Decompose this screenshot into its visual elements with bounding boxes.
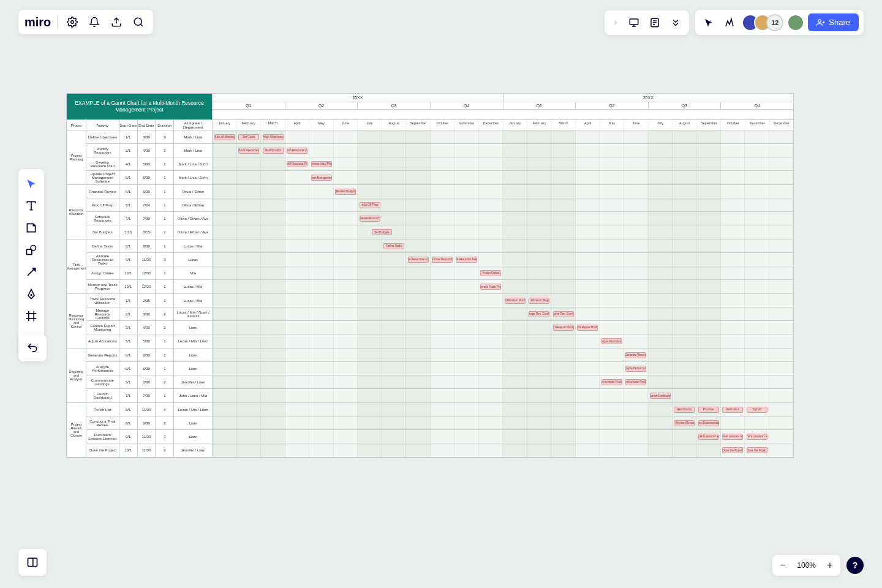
gantt-bar[interactable]: Document Lessons Learned — [698, 434, 719, 440]
gantt-bar[interactable]: Validate Resource Availability — [456, 257, 477, 263]
help-button[interactable]: ? — [846, 557, 864, 574]
gantt-bar[interactable]: Kick Off Prep — [360, 202, 380, 208]
gantt-bar[interactable]: Commit Report Monitoring — [553, 325, 574, 331]
gantt-bar[interactable]: Communicate Findings — [625, 379, 646, 385]
gantt-bar[interactable]: Final Review (Resources) — [674, 420, 695, 426]
gantt-bar[interactable]: Generate Reports — [625, 352, 646, 358]
table-row[interactable]: Adjust Allocations5/15/301Lucas / Mia / … — [86, 334, 793, 348]
gantt-bar[interactable]: Review Initial Plan — [311, 161, 332, 167]
table-row[interactable]: Identify Resources2/14/303Mark / LisaAud… — [86, 144, 793, 157]
table-row[interactable]: Communicate Findings5/16/302Jennifer / L… — [86, 375, 793, 389]
table-row[interactable]: Document Lessons Learned9/111/303LiamDoc… — [86, 430, 793, 443]
undo-button[interactable] — [22, 338, 43, 358]
tool-pen[interactable] — [21, 284, 42, 304]
search-icon[interactable] — [130, 13, 147, 31]
table-row[interactable]: Launch Dashboard7/17/301John / Liam / Mi… — [86, 389, 793, 402]
table-row[interactable]: Define Objectives1/13/303Mark / LisaKick… — [86, 130, 793, 144]
tool-line[interactable] — [21, 262, 42, 282]
table-row[interactable]: Set Budgets7/168/151Olivia / Ethan / Ava… — [86, 225, 793, 239]
table-row[interactable]: Commit Report Monitoring3/14/302LiamComm… — [86, 321, 793, 334]
gantt-bar[interactable]: Adjust Allocations — [601, 338, 622, 344]
table-row[interactable]: Monitor and Track Progress12/112/201Luca… — [86, 280, 793, 293]
tool-shapes[interactable] — [21, 240, 42, 260]
gantt-bar[interactable]: Document Lessons Learned — [747, 434, 767, 440]
gantt-bar[interactable]: Kick-off Meeting — [214, 134, 235, 140]
tool-text[interactable] — [21, 196, 42, 216]
gantt-chart[interactable]: EXAMPLE of a Gannt Chart for a Multi-Mon… — [66, 93, 794, 458]
table-row[interactable]: Develop Resource Plan4/15/302Mark / Lisa… — [86, 157, 793, 171]
gantt-bar[interactable]: Track Utilization (Monitoring) — [505, 298, 526, 304]
zoom-out-button[interactable]: − — [775, 557, 791, 573]
table-row[interactable]: Allocate Resources to Tasks9/111/303Luca… — [86, 253, 793, 266]
gantt-bar[interactable]: Signoff — [747, 407, 767, 413]
chevron-right-icon[interactable] — [609, 14, 622, 31]
gantt-bar[interactable]: Audit Resources — [238, 148, 259, 154]
gantt-bar[interactable]: Resolve Res. Conflicts — [553, 311, 574, 317]
cursor-icon[interactable] — [700, 14, 717, 31]
gantt-bar[interactable]: Identification — [674, 407, 695, 413]
gantt-bar[interactable]: Prioritize — [698, 407, 719, 413]
gantt-bar[interactable]: Draft Resource List — [287, 148, 307, 154]
table-row[interactable]: Generate Reports6/16/301LiamGenerate Rep… — [86, 349, 793, 362]
avatar[interactable] — [787, 14, 804, 31]
gantt-bar[interactable]: Update Project Management Software — [311, 175, 332, 181]
hide-panels-icon[interactable] — [667, 14, 684, 31]
gantt-bar[interactable]: Close the Project — [722, 447, 743, 453]
grid-cell — [600, 443, 624, 457]
gantt-bar[interactable]: Analyze Performance — [625, 366, 646, 372]
table-row[interactable]: Update Project Management Software5/15/3… — [86, 171, 793, 184]
gantt-bar[interactable]: Track Utilization (Reporting) — [529, 298, 549, 304]
avatar-stack[interactable]: 12 — [742, 14, 804, 31]
gantt-bar[interactable]: Close the Project — [747, 447, 767, 453]
export-icon[interactable] — [108, 13, 125, 31]
gantt-bar[interactable]: Verification — [722, 407, 743, 413]
table-row[interactable]: Financial Review6/16/301Olivia / EthanRe… — [86, 185, 793, 198]
gantt-bar[interactable]: Define Tasks — [383, 243, 404, 249]
gantt-bar[interactable]: Set Goals — [238, 134, 259, 140]
gantt-bar[interactable]: Document Lessons Learned — [722, 434, 743, 440]
table-row[interactable]: Kick Off Prep7/17/241Olivia / EthanKick … — [86, 198, 793, 212]
gantt-bar[interactable]: Schedule Resources — [360, 216, 380, 222]
grid-cell — [358, 417, 382, 429]
comments-icon[interactable] — [646, 14, 663, 31]
table-row[interactable]: Punch List8/111/304Lucas / Mia / LiamIde… — [86, 403, 793, 417]
table-row[interactable]: Assign Duties12/112/301MiaAssign Duties — [86, 266, 793, 280]
avatar-count[interactable]: 12 — [766, 14, 783, 31]
tool-sticky[interactable] — [21, 218, 42, 238]
frames-panel-button[interactable] — [18, 549, 47, 576]
gantt-bar[interactable]: Build Resource Plan — [287, 161, 307, 167]
table-row[interactable]: Analyze Performance6/16/301LiamAnalyze P… — [86, 362, 793, 375]
gantt-bar[interactable]: Launch Dashboard — [650, 393, 671, 399]
grid-cell — [769, 294, 794, 307]
logo[interactable]: miro — [24, 15, 51, 29]
gantt-bar[interactable]: Communicate Findings — [601, 379, 622, 385]
zoom-level[interactable]: 100% — [793, 561, 820, 570]
zoom-in-button[interactable]: + — [822, 557, 838, 573]
table-row[interactable]: Close the Project10/111/302Jennifer / Li… — [86, 443, 793, 457]
tool-select[interactable] — [21, 174, 42, 194]
notifications-icon[interactable] — [86, 13, 103, 31]
gantt-bar[interactable]: Set Budgets — [372, 229, 393, 235]
gantt-bar[interactable]: Manage Res. Conflicts — [529, 311, 549, 317]
present-icon[interactable] — [625, 14, 643, 31]
gantt-bar[interactable]: Align Objectives — [263, 134, 284, 140]
reactions-icon[interactable] — [721, 14, 738, 31]
gantt-bar[interactable]: Close Documentation — [698, 420, 719, 426]
table-row[interactable]: Define Tasks8/18/301Lucas / MiaDefine Ta… — [86, 239, 793, 253]
table-row[interactable]: Schedule Resources7/17/301Olivia / Ethan… — [86, 212, 793, 225]
gantt-bar[interactable]: Commit Report Monitoring — [577, 325, 598, 331]
settings-icon[interactable] — [64, 13, 81, 31]
table-row[interactable]: Conduct a Final Review8/19/302LiamFinal … — [86, 417, 793, 430]
table-row[interactable]: Track Resource Utilization1/12/252Lucas … — [86, 294, 793, 307]
gantt-bar[interactable]: Identify Gaps — [263, 148, 284, 154]
share-button[interactable]: Share — [808, 13, 859, 31]
gantt-bar[interactable]: Review Budget — [335, 189, 356, 195]
tool-frame[interactable] — [21, 306, 42, 326]
table-row[interactable]: Manage Resource Conflicts2/13/302Lucas /… — [86, 307, 793, 321]
gantt-bar[interactable]: Assign Duties — [480, 270, 501, 276]
gantt-bar[interactable]: Monitor and Track Progress — [480, 284, 501, 290]
grid-cell — [213, 171, 237, 184]
grid-cell — [431, 225, 455, 239]
gantt-bar[interactable]: Allocate Resources to Tasks — [408, 257, 429, 263]
gantt-bar[interactable]: Procure Resources — [432, 257, 453, 263]
